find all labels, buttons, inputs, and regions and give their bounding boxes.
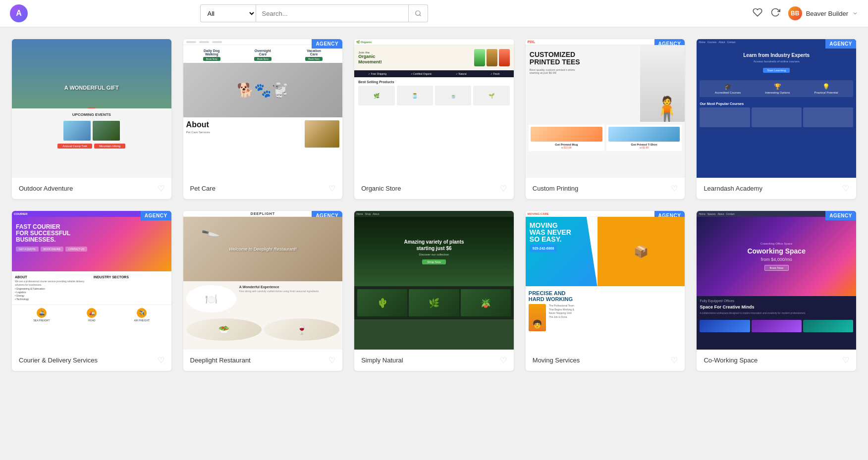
svg-point-0 [415,11,420,15]
card-title: Learndash Academy [704,185,762,192]
favorite-button[interactable]: ♡ [842,184,849,193]
card-preview-courier: AGENCY COURIER FAST COURIERFOR SUCCESSFU… [12,211,171,350]
favorite-button[interactable]: ♡ [671,184,678,193]
card-preview-natural: Home Shop About Amazing variety of plant… [354,211,514,350]
favorite-button[interactable]: ♡ [158,356,164,365]
agency-badge: AGENCY [312,39,342,49]
template-card-organic-store[interactable]: 🌿 Organic Join the OrganicMovement! [354,39,514,199]
card-title: Co-Working Space [704,357,758,364]
card-preview-coworking: AGENCY Home Spaces About Contact Coworki… [697,211,856,350]
mock-coworking: AGENCY Home Spaces About Contact Coworki… [697,211,856,350]
mock-petcare: AGENCY Daily DogWalking Book Now Overnig… [183,39,343,178]
card-title: Simply Natural [361,357,403,364]
card-preview-organic: 🌿 Organic Join the OrganicMovement! [354,39,514,178]
agency-badge: AGENCY [141,211,171,220]
card-footer-petcare: Pet Care ♡ [183,178,343,199]
card-title: Custom Printing [533,185,578,192]
search-button[interactable] [409,4,428,22]
card-preview-petcare: AGENCY Daily DogWalking Book Now Overnig… [183,39,343,178]
card-footer-outdoor: Outdoor Adventure ♡ [12,178,171,199]
card-footer-moving: Moving Services ♡ [526,350,685,371]
card-title: Pet Care [190,185,216,192]
card-footer-courier: Courier & Delivery Services ♡ [12,350,171,371]
mock-organic: 🌿 Organic Join the OrganicMovement! [354,39,514,178]
app-logo[interactable]: A [10,4,28,22]
logo-letter: A [16,9,22,18]
search-icon [415,10,422,17]
card-footer-natural: Simply Natural ♡ [354,350,514,371]
template-card-pet-care[interactable]: AGENCY Daily DogWalking Book Now Overnig… [183,39,343,199]
favorite-button[interactable]: ♡ [842,356,849,365]
user-name-label: Beaver Builder [806,10,848,17]
card-title: Moving Services [533,357,580,364]
card-footer-printing: Custom Printing ♡ [526,178,685,199]
card-footer-restaurant: Deeplight Restaurant ♡ [183,350,343,371]
mock-outdoor: A WONDERFUL GIFT UPCOMING EVENTS Annual … [12,39,171,178]
card-preview-printing: AGENCY PIXL CUSTOMIZEDPRINTED TEES Best … [526,39,685,178]
favorite-button[interactable]: ♡ [500,356,507,365]
mock-natural: Home Shop About Amazing variety of plant… [354,211,514,350]
template-card-simply-natural[interactable]: Home Shop About Amazing variety of plant… [354,211,514,371]
template-card-coworking[interactable]: AGENCY Home Spaces About Contact Coworki… [697,211,856,371]
mock-courier: AGENCY COURIER FAST COURIERFOR SUCCESSFU… [12,211,171,350]
mock-printing: AGENCY PIXL CUSTOMIZEDPRINTED TEES Best … [526,39,685,178]
filter-select[interactable]: All Blog Business eCommerce Portfolio [200,4,256,22]
card-preview-moving: AGENCY MOVING CARE MOVINGWAS NEVERSO EAS… [526,211,685,350]
search-input[interactable] [256,4,409,22]
agency-badge: AGENCY [825,39,856,49]
card-preview-restaurant: AGENCY DEEPLIGHT 🔪 Welcome to Deeplight … [183,211,343,350]
chevron-down-icon [852,10,858,16]
template-card-restaurant[interactable]: AGENCY DEEPLIGHT 🔪 Welcome to Deeplight … [183,211,343,371]
card-title: Courier & Delivery Services [19,357,98,364]
template-card-outdoor-adventure[interactable]: A WONDERFUL GIFT UPCOMING EVENTS Annual … [12,39,171,199]
mock-restaurant: AGENCY DEEPLIGHT 🔪 Welcome to Deeplight … [183,211,343,350]
favorite-button[interactable]: ♡ [671,356,678,365]
card-footer-coworking: Co-Working Space ♡ [697,350,856,371]
mock-learndash: AGENCY Home Courses About Contact Learn … [697,39,856,178]
favorite-button[interactable]: ♡ [328,356,335,365]
template-grid: A WONDERFUL GIFT UPCOMING EVENTS Annual … [12,39,856,371]
template-card-courier[interactable]: AGENCY COURIER FAST COURIERFOR SUCCESSFU… [12,211,171,371]
card-title: Outdoor Adventure [19,185,73,192]
favorite-button[interactable]: ♡ [328,184,335,193]
user-menu[interactable]: BB Beaver Builder [788,6,858,20]
card-footer-organic: Organic Store ♡ [354,178,514,199]
search-bar: All Blog Business eCommerce Portfolio [200,4,428,22]
template-gallery: A WONDERFUL GIFT UPCOMING EVENTS Annual … [0,27,868,383]
template-card-learndash[interactable]: AGENCY Home Courses About Contact Learn … [697,39,856,199]
card-preview-outdoor: A WONDERFUL GIFT UPCOMING EVENTS Annual … [12,39,171,178]
mock-moving: AGENCY MOVING CARE MOVINGWAS NEVERSO EAS… [526,211,685,350]
refresh-icon[interactable] [770,7,780,20]
card-preview-learndash: AGENCY Home Courses About Contact Learn … [697,39,856,178]
favorites-icon[interactable] [753,7,762,20]
agency-badge: AGENCY [825,211,856,220]
card-title: Organic Store [361,185,401,192]
app-header: A All Blog Business eCommerce Portfolio [0,0,868,27]
card-footer-learndash: Learndash Academy ♡ [697,178,856,199]
card-title: Deeplight Restaurant [190,357,251,364]
header-actions: BB Beaver Builder [753,6,858,20]
favorite-button[interactable]: ♡ [500,184,507,193]
template-card-moving[interactable]: AGENCY MOVING CARE MOVINGWAS NEVERSO EAS… [526,211,685,371]
template-card-custom-printing[interactable]: AGENCY PIXL CUSTOMIZEDPRINTED TEES Best … [526,39,685,199]
favorite-button[interactable]: ♡ [158,184,164,193]
user-avatar: BB [788,6,802,20]
